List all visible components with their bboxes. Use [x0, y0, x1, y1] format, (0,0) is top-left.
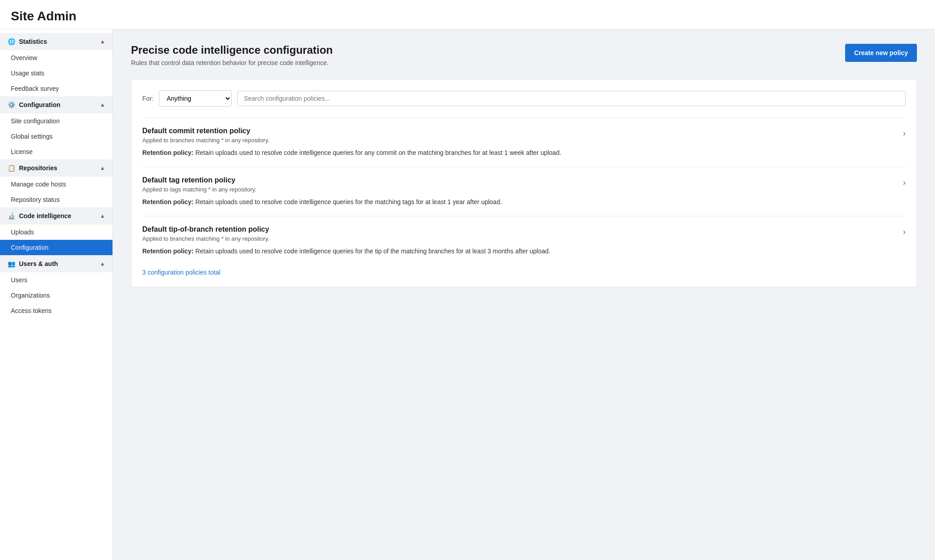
sidebar-item-site-configuration[interactable]: Site configuration [0, 113, 112, 129]
sidebar-section-configuration-label: Configuration [19, 101, 61, 108]
page-title-block: Precise code intelligence configuration … [131, 44, 333, 66]
policy-retention-text-commit: Retain uploads used to resolve code inte… [194, 149, 561, 156]
chevron-users-auth-icon: ▲ [100, 261, 105, 267]
search-input[interactable] [237, 91, 906, 106]
sidebar-section-configuration[interactable]: ⚙️ Configuration ▲ [0, 96, 112, 113]
page-title: Precise code intelligence configuration [131, 44, 333, 56]
policy-chevron-tip-icon: › [903, 227, 906, 237]
page-subtitle: Rules that control data retention behavi… [131, 59, 333, 66]
sidebar-item-repository-status[interactable]: Repository status [0, 192, 112, 207]
chevron-code-intelligence-icon: ▲ [100, 213, 105, 219]
policy-retention-commit: Retention policy: Retain uploads used to… [142, 148, 896, 158]
sidebar-item-organizations[interactable]: Organizations [0, 288, 112, 303]
app: Site Admin 🌐 Statistics ▲ Overview Usage… [0, 0, 935, 560]
policy-retention-label-commit: Retention policy: [142, 149, 194, 156]
policy-item-default-tip[interactable]: Default tip-of-branch retention policy A… [142, 216, 906, 265]
filter-label: For: [142, 95, 154, 102]
sidebar-item-configuration-ci[interactable]: Configuration [0, 240, 112, 255]
sidebar-item-license[interactable]: License [0, 144, 112, 159]
policy-applied-tag: Applied to tags matching * in any reposi… [142, 186, 896, 193]
sidebar-section-repositories-label: Repositories [19, 164, 57, 172]
policy-retention-tip: Retention policy: Retain uploads used to… [142, 247, 896, 256]
users-icon: 👥 [7, 260, 15, 268]
policy-item-default-tag[interactable]: Default tag retention policy Applied to … [142, 167, 906, 216]
sidebar-item-users[interactable]: Users [0, 272, 112, 288]
site-admin-header: Site Admin [0, 0, 935, 29]
main-content: Precise code intelligence configuration … [113, 29, 935, 560]
chevron-repositories-icon: ▲ [100, 165, 105, 171]
sidebar-item-access-tokens[interactable]: Access tokens [0, 303, 112, 318]
policy-retention-label-tip: Retention policy: [142, 247, 194, 255]
gear-icon: ⚙️ [7, 101, 15, 109]
repo-icon: 📋 [7, 164, 15, 172]
code-icon: 🔬 [7, 212, 15, 220]
create-new-policy-button[interactable]: Create new policy [845, 44, 917, 62]
sidebar-section-repositories[interactable]: 📋 Repositories ▲ [0, 159, 112, 177]
page-header: Precise code intelligence configuration … [131, 44, 917, 66]
sidebar-item-overview[interactable]: Overview [0, 50, 112, 65]
sidebar-item-global-settings[interactable]: Global settings [0, 129, 112, 144]
policy-name-tip: Default tip-of-branch retention policy [142, 225, 896, 233]
policy-applied-commit: Applied to branches matching * in any re… [142, 137, 896, 144]
policy-retention-label-tag: Retention policy: [142, 198, 194, 205]
policy-name-tag: Default tag retention policy [142, 176, 896, 184]
sidebar-item-manage-code-hosts[interactable]: Manage code hosts [0, 177, 112, 192]
sidebar-section-users-auth-label: Users & auth [19, 260, 58, 267]
globe-icon: 🌐 [7, 37, 15, 46]
for-filter-select[interactable]: Anything Specific repository Specific ta… [159, 90, 232, 107]
policy-chevron-commit-icon: › [903, 129, 906, 138]
main-layout: 🌐 Statistics ▲ Overview Usage stats Feed… [0, 29, 935, 560]
sidebar-section-users-auth[interactable]: 👥 Users & auth ▲ [0, 255, 112, 272]
site-admin-title: Site Admin [11, 9, 924, 23]
sidebar-item-usage-stats[interactable]: Usage stats [0, 65, 112, 81]
chevron-statistics-icon: ▲ [100, 38, 105, 45]
filter-row: For: Anything Specific repository Specif… [142, 90, 906, 107]
policy-applied-tip: Applied to branches matching * in any re… [142, 235, 896, 242]
policy-name-commit: Default commit retention policy [142, 127, 896, 135]
policy-item-content-tip: Default tip-of-branch retention policy A… [142, 225, 896, 256]
chevron-configuration-icon: ▲ [100, 102, 105, 108]
policy-chevron-tag-icon: › [903, 178, 906, 187]
policy-retention-text-tag: Retain uploads used to resolve code inte… [194, 198, 502, 205]
sidebar-item-feedback-survey[interactable]: Feedback survey [0, 81, 112, 96]
sidebar-section-code-intelligence[interactable]: 🔬 Code intelligence ▲ [0, 207, 112, 224]
policy-item-content-commit: Default commit retention policy Applied … [142, 127, 896, 158]
policy-retention-text-tip: Retain uploads used to resolve code inte… [194, 247, 551, 255]
policy-item-default-commit[interactable]: Default commit retention policy Applied … [142, 117, 906, 167]
sidebar-section-statistics-label: Statistics [19, 38, 47, 45]
policy-container: For: Anything Specific repository Specif… [131, 79, 917, 287]
sidebar-item-uploads[interactable]: Uploads [0, 224, 112, 240]
policies-count: 3 configuration policies total [142, 269, 906, 276]
sidebar-section-code-intelligence-label: Code intelligence [19, 212, 71, 219]
policy-item-content-tag: Default tag retention policy Applied to … [142, 176, 896, 207]
policy-retention-tag: Retention policy: Retain uploads used to… [142, 197, 896, 207]
sidebar: 🌐 Statistics ▲ Overview Usage stats Feed… [0, 29, 113, 560]
sidebar-section-statistics[interactable]: 🌐 Statistics ▲ [0, 33, 112, 50]
